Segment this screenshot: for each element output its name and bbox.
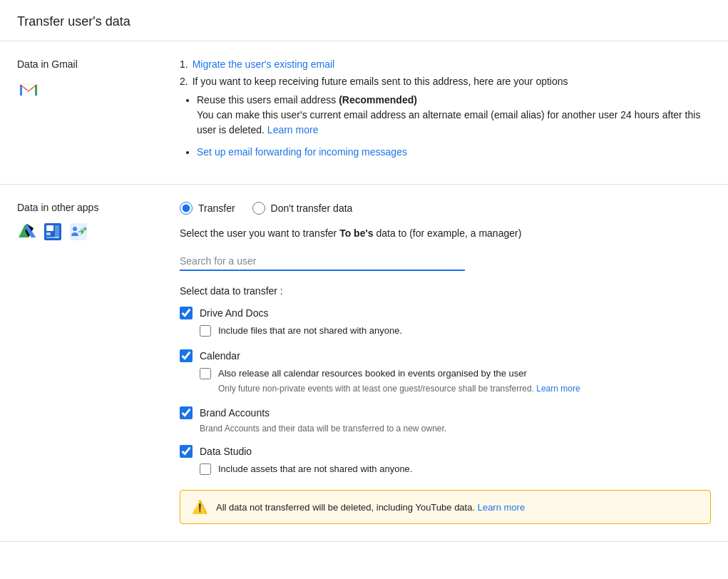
- gmail-section-right: Migrate the user's existing email If you…: [174, 58, 711, 167]
- gmail-app-icons: [17, 78, 174, 101]
- radio-no-transfer-option[interactable]: Don't transfer data: [252, 202, 353, 215]
- email-forwarding-link[interactable]: Set up email forwarding for incoming mes…: [197, 146, 407, 158]
- drive-docs-item: Drive And Docs Include files that are no…: [180, 307, 711, 338]
- gmail-bullet-2: Set up email forwarding for incoming mes…: [197, 145, 711, 160]
- svg-rect-31: [46, 232, 51, 235]
- migrate-email-link[interactable]: Migrate the user's existing email: [193, 58, 335, 70]
- desc-bold: To be's: [339, 227, 373, 239]
- brand-accounts-row: Brand Accounts: [180, 406, 711, 419]
- radio-no-transfer-input[interactable]: [252, 202, 265, 215]
- warning-learn-more-link[interactable]: Learn more: [478, 502, 525, 513]
- radio-transfer-option[interactable]: Transfer: [180, 202, 235, 215]
- learn-more-alias-link[interactable]: Learn more: [267, 124, 319, 135]
- search-field-wrapper: [180, 252, 711, 271]
- svg-rect-10: [20, 86, 22, 96]
- data-studio-checkbox[interactable]: [180, 445, 193, 458]
- desc-part1: Select the user you want to transfer: [180, 227, 339, 239]
- search-user-input[interactable]: [180, 252, 465, 271]
- calendar-checkbox[interactable]: [180, 349, 193, 362]
- data-studio-item: Data Studio Include assets that are not …: [180, 445, 711, 476]
- gmail-step-2: If you want to keep receiving future ema…: [180, 76, 711, 87]
- svg-rect-11: [35, 86, 37, 96]
- brand-accounts-label: Brand Accounts: [200, 407, 270, 419]
- warning-banner: ⚠️ All data not transferred will be dele…: [180, 490, 711, 524]
- other-apps-section: Data in other apps: [0, 185, 728, 542]
- calendar-resources-checkbox[interactable]: [200, 368, 211, 379]
- gmail-step-2-text: If you want to keep receiving future ema…: [193, 76, 568, 87]
- warning-text: All data not transferred will be deleted…: [216, 501, 525, 515]
- radio-no-transfer-label: Don't transfer data: [271, 203, 353, 214]
- radio-transfer-input[interactable]: [180, 202, 193, 215]
- svg-point-35: [73, 227, 77, 231]
- drive-docs-checkbox[interactable]: [180, 307, 193, 319]
- gmail-step-1: Migrate the user's existing email: [180, 58, 711, 70]
- drive-docs-label: Drive And Docs: [200, 307, 268, 319]
- gmail-section-left: Data in Gmail: [17, 58, 174, 167]
- svg-rect-33: [55, 225, 59, 238]
- gmail-steps: Migrate the user's existing email If you…: [180, 58, 711, 87]
- svg-rect-30: [46, 225, 53, 231]
- calendar-desc-text: Only future non-private events with at l…: [218, 384, 536, 394]
- calendar-resources-row: Also release all calendar resources book…: [200, 367, 711, 381]
- drive-icon: [17, 222, 37, 242]
- gmail-bullet-1-bold: (Recommended): [339, 94, 417, 106]
- assign-icon: [68, 222, 88, 242]
- gmail-bullet-1: Reuse this users email address (Recommen…: [197, 93, 711, 138]
- data-studio-row: Data Studio: [180, 445, 711, 458]
- desc-part2: data to (for example, a manager): [374, 227, 522, 239]
- calendar-item: Calendar Also release all calendar resou…: [180, 349, 711, 395]
- page-title: Transfer user's data: [0, 0, 728, 41]
- gmail-bullet-list: Reuse this users email address (Recommen…: [180, 93, 711, 160]
- transfer-description: Select the user you want to transfer To …: [180, 226, 711, 241]
- data-studio-unshared-label: Include assets that are not shared with …: [218, 462, 412, 476]
- other-app-icons: [17, 222, 174, 242]
- gmail-bullet-1-main: Reuse this users email address: [197, 94, 339, 106]
- sites-icon: [43, 222, 63, 242]
- data-studio-label: Data Studio: [200, 446, 252, 457]
- other-apps-label: Data in other apps: [17, 202, 174, 213]
- brand-accounts-checkbox[interactable]: [180, 406, 193, 419]
- other-apps-section-right: Transfer Don't transfer data Select the …: [174, 202, 711, 524]
- drive-docs-row: Drive And Docs: [180, 307, 711, 319]
- data-studio-unshared-row: Include assets that are not shared with …: [200, 462, 711, 476]
- brand-accounts-desc: Brand Accounts and their data will be tr…: [200, 424, 711, 434]
- warning-icon: ⚠️: [192, 499, 207, 515]
- drive-unshared-checkbox[interactable]: [200, 325, 211, 337]
- calendar-learn-more-link[interactable]: Learn more: [536, 384, 580, 394]
- select-data-label: Select data to transfer :: [180, 285, 711, 297]
- warning-main-text: All data not transferred will be deleted…: [216, 502, 475, 513]
- data-studio-unshared-checkbox[interactable]: [200, 463, 211, 475]
- gmail-section-label: Data in Gmail: [17, 58, 174, 70]
- gmail-icon: [17, 78, 40, 101]
- other-apps-section-left: Data in other apps: [17, 202, 174, 524]
- brand-accounts-item: Brand Accounts Brand Accounts and their …: [180, 406, 711, 434]
- calendar-row: Calendar: [180, 349, 711, 362]
- calendar-resources-label: Also release all calendar resources book…: [218, 367, 527, 381]
- svg-rect-34: [70, 223, 87, 240]
- calendar-label: Calendar: [200, 350, 240, 362]
- drive-unshared-label: Include files that are not shared with a…: [218, 324, 402, 338]
- svg-point-36: [83, 227, 87, 231]
- drive-unshared-row: Include files that are not shared with a…: [200, 324, 711, 338]
- calendar-resources-desc: Only future non-private events with at l…: [218, 383, 711, 395]
- transfer-radio-group: Transfer Don't transfer data: [180, 202, 711, 215]
- radio-transfer-label: Transfer: [198, 203, 235, 214]
- gmail-section: Data in Gmail: [0, 41, 728, 185]
